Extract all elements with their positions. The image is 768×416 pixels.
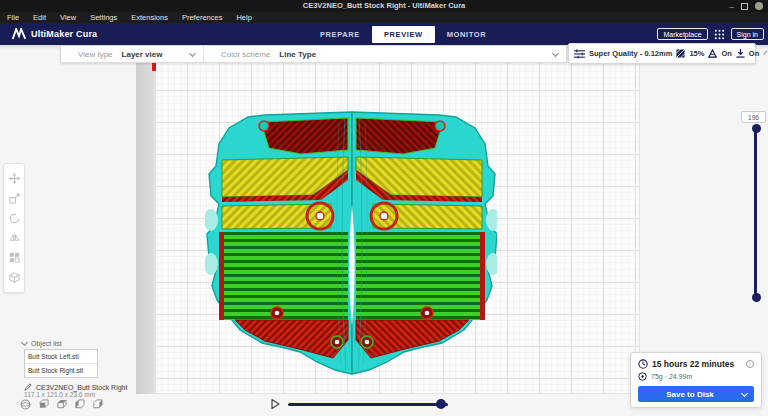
window-titlebar: CE3V2NEO_Butt Stock Right - UltiMaker Cu… [0,0,768,12]
close-icon[interactable] [755,2,763,10]
color-scheme-value: Line Type [279,50,316,59]
brand-name: UltiMaker Cura [31,29,97,39]
save-to-disk-label: Save to Disk [638,390,742,399]
object-list-header[interactable]: Object list [22,340,62,347]
app-header: UltiMaker Cura PREPARE PREVIEW MONITOR M… [0,23,768,45]
3d-view-icon[interactable] [20,399,31,410]
menu-bar: File Edit View Settings Extensions Prefe… [0,12,768,23]
infill-value: 15% [689,49,704,58]
buildplate-side [136,57,154,394]
view-type-value: Layer view [122,50,163,59]
rename-pencil-icon [24,383,32,391]
marketplace-button[interactable]: Marketplace [657,28,707,40]
view-type-label: View type [78,50,113,59]
job-name: CE3V2NEO_Butt Stock Right [36,384,127,391]
chevron-down-icon [764,50,768,54]
print-job-card: 15 hours 22 minutes i 75g · 24.99m Save … [630,352,762,408]
layer-slider-bottom-handle[interactable] [752,293,761,302]
collapse-chevron-icon [21,339,28,346]
front-view-icon[interactable] [38,399,49,410]
view-options-bar: View type Layer view Color scheme Line T… [60,45,567,63]
stage-tabs: PREPARE PREVIEW MONITOR [308,23,498,45]
app-grid-icon[interactable] [714,29,725,40]
object-list-item[interactable]: Butt Stock Right.stl [25,364,97,377]
camera-view-buttons [20,399,103,410]
tab-prepare[interactable]: PREPARE [308,26,372,43]
adhesion-icon [736,49,745,58]
right-view-icon[interactable] [92,399,103,410]
menu-settings[interactable]: Settings [83,13,124,22]
menu-preferences[interactable]: Preferences [175,13,229,22]
menu-edit[interactable]: Edit [26,13,53,22]
tool-panel [3,163,25,293]
menu-extensions[interactable]: Extensions [124,13,175,22]
chevron-down-icon [552,49,559,56]
print-time: 15 hours 22 minutes [652,359,742,369]
support-icon [708,49,717,58]
menu-help[interactable]: Help [229,13,258,22]
simulation-slider-track[interactable] [288,403,448,406]
color-scheme-label: Color scheme [221,50,270,59]
rotate-tool-icon[interactable] [9,213,20,224]
tab-monitor[interactable]: MONITOR [435,26,498,43]
print-settings-panel[interactable]: Super Quality - 0.12mm 15% On On [568,43,756,64]
chevron-down-icon [189,49,196,56]
scale-tool-icon[interactable] [9,193,20,204]
job-name-row[interactable]: CE3V2NEO_Butt Stock Right [24,383,127,391]
header-right: Marketplace Sign in [657,23,764,45]
clock-icon [638,359,648,369]
move-tool-icon[interactable] [9,173,20,184]
top-view-icon[interactable] [56,399,67,410]
adhesion-value: On [749,49,759,58]
sliders-icon [574,49,585,59]
left-view-icon[interactable] [74,399,85,410]
infill-icon [676,49,685,58]
material-spool-icon [638,372,647,381]
support-value: On [721,49,731,58]
sign-in-button[interactable]: Sign in [731,28,764,40]
window-controls: – [730,0,763,12]
menu-view[interactable]: View [53,13,83,22]
save-to-disk-button[interactable]: Save to Disk [638,386,754,402]
material-usage: 75g · 24.99m [651,373,692,380]
ultimaker-logo-icon [12,28,26,40]
brand: UltiMaker Cura [12,23,97,45]
tab-preview[interactable]: PREVIEW [372,26,435,43]
sliced-model-preview[interactable] [205,108,497,376]
info-icon[interactable]: i [746,360,754,368]
maximize-icon[interactable] [741,3,748,10]
model-dimensions: 117.1 x 121.0 x 23.6 mm [24,391,95,398]
layer-slider-top-handle[interactable] [752,124,761,133]
chevron-down-icon [741,389,748,396]
per-model-settings-icon[interactable] [9,252,20,263]
layer-number-label: 196 [741,111,766,123]
view-type-dropdown[interactable]: View type Layer view [61,46,203,62]
mirror-tool-icon[interactable] [9,232,20,243]
object-list-item[interactable]: Butt Stock Left.stl [25,350,97,364]
play-button[interactable] [269,398,281,410]
object-list-title: Object list [31,340,62,347]
minimize-icon[interactable]: – [730,2,734,11]
layer-slider-track[interactable] [754,128,757,298]
menu-file[interactable]: File [0,13,26,22]
window-title: CE3V2NEO_Butt Stock Right - UltiMaker Cu… [0,1,768,10]
object-list: Butt Stock Left.stl Butt Stock Right.stl [24,349,98,378]
simulation-slider-handle[interactable] [436,399,446,409]
support-blocker-icon[interactable] [9,272,20,283]
profile-summary: Super Quality - 0.12mm [589,49,672,58]
color-scheme-dropdown[interactable]: Color scheme Line Type [204,46,566,62]
